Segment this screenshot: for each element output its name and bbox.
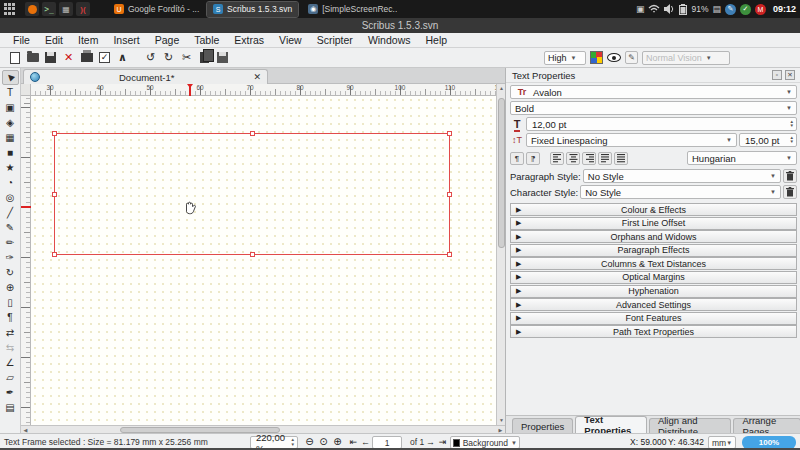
align-center-button[interactable] [566,152,580,165]
files-launcher-icon[interactable]: ▦ [59,2,73,16]
measurements-tool[interactable]: ∠ [2,355,19,370]
menu-file[interactable]: File [6,34,37,46]
screenshot-tray-icon[interactable]: ▣ [636,2,645,16]
edit-in-preview-icon[interactable]: ✎ [625,51,638,64]
panel-tab-properties[interactable]: Properties [512,418,573,433]
frame-handle-bottom-left[interactable] [52,252,57,257]
frame-handle-top-left[interactable] [52,131,57,136]
page-canvas[interactable] [31,96,496,425]
linespacing-mode-combo[interactable]: Fixed Linespacing ▼ [526,133,737,147]
insert-table-tool[interactable]: ▦ [2,130,19,145]
insert-text-frame-tool[interactable]: T [2,85,19,100]
menu-scripter[interactable]: Scripter [310,34,360,46]
vertical-scrollbar[interactable]: ▲ ▼ [496,84,505,425]
m-tray-icon[interactable]: M [755,4,766,15]
redo-icon[interactable]: ↻ [160,50,177,66]
frame-handle-middle-right[interactable] [447,192,452,197]
menu-edit[interactable]: Edit [38,34,70,46]
section-hyphenation[interactable]: ▶Hyphenation [510,285,797,298]
color-management-icon[interactable] [590,51,603,64]
pdf-tools[interactable]: ▤ [2,400,19,415]
cut-icon[interactable]: ✂ [178,50,195,66]
insert-calligraphic-line-tool[interactable]: ✑ [2,250,19,265]
new-document-icon[interactable] [6,50,23,66]
selected-text-frame[interactable] [54,133,450,255]
insert-line-tool[interactable]: ╱ [2,205,19,220]
section-optical-margins[interactable]: ▶Optical Margins [510,271,797,284]
vertical-ruler[interactable] [21,96,31,425]
visual-appearance-combo[interactable]: Normal Vision▼ [642,51,730,65]
edit-contents-tool[interactable]: ▯ [2,295,19,310]
insert-bezier-curve-tool[interactable]: ✎ [2,220,19,235]
undo-icon[interactable]: ↺ [142,50,159,66]
insert-freehand-line-tool[interactable]: ✏ [2,235,19,250]
taskbar-window-1[interactable]: SScribus 1.5.3.svn [207,2,298,17]
character-style-combo[interactable]: No Style ▼ [580,185,781,199]
battery-icon[interactable] [679,4,687,15]
link-text-frames-tool[interactable]: ⇄ [2,325,19,340]
section-path-text-properties[interactable]: ▶Path Text Properties [510,325,797,338]
menu-item[interactable]: Item [71,34,105,46]
paragraph-style-combo[interactable]: No Style ▼ [583,169,781,183]
spin-arrows-icon[interactable]: ▲▼ [786,136,794,145]
app-launcher-icon[interactable]: )( [76,2,90,16]
panel-close-icon[interactable]: ✕ [785,70,795,80]
copy-icon[interactable] [196,50,213,66]
align-force-justify-button[interactable] [614,152,628,165]
taskbar-window-2[interactable]: ◉[SimpleScreenRec... [302,2,397,17]
menu-extras[interactable]: Extras [227,34,271,46]
volume-icon[interactable] [664,4,675,14]
panel-tab-align-and-distribute[interactable]: Align and Distribute [649,418,731,433]
tab-close-icon[interactable]: ✕ [253,72,261,82]
open-document-icon[interactable] [24,50,41,66]
wifi-icon[interactable] [648,4,660,14]
shield-tray-icon[interactable]: ✓ [740,4,751,15]
spin-arrows-icon[interactable]: ▲▼ [786,120,794,129]
linespacing-value-spinbox[interactable]: 15,00 pt ▲▼ [739,133,797,147]
section-orphans-and-widows[interactable]: ▶Orphans and Widows [510,230,797,243]
section-columns-text-distances[interactable]: ▶Columns & Text Distances [510,257,797,270]
right-to-left-direction-button[interactable]: ¶ [526,152,540,165]
edit-text-story-editor-tool[interactable]: ¶ [2,310,19,325]
export-pdf-icon[interactable]: ∧ [114,50,131,66]
frame-handle-middle-left[interactable] [52,192,57,197]
section-font-features[interactable]: ▶Font Features [510,312,797,325]
align-right-button[interactable] [582,152,596,165]
insert-shape-tool[interactable]: ■ [2,145,19,160]
frame-handle-bottom-right[interactable] [447,252,452,257]
pen-tray-icon[interactable]: ✎ [725,4,736,15]
paste-icon[interactable] [214,50,231,66]
align-justify-button[interactable] [598,152,612,165]
rotate-item-tool[interactable]: ↻ [2,265,19,280]
font-size-spinbox[interactable]: 12,00 pt ▲▼ [526,117,797,131]
align-left-button[interactable] [550,152,564,165]
remove-paragraph-style-button[interactable] [783,169,797,183]
unlink-text-frames-tool[interactable]: ⇆ [2,340,19,355]
preview-mode-icon[interactable] [607,53,621,62]
menu-windows[interactable]: Windows [361,34,418,46]
frame-handle-top-center[interactable] [250,131,255,136]
eye-dropper-tool[interactable]: ✒ [2,385,19,400]
font-family-combo[interactable]: Tr Avalon ▼ [510,85,797,99]
frame-handle-bottom-center[interactable] [250,252,255,257]
taskbar-window-0[interactable]: UGoogle Fordító - ... [108,2,203,17]
document-tab[interactable]: Document-1* ✕ [23,69,268,84]
menu-table[interactable]: Table [187,34,226,46]
remove-character-style-button[interactable] [783,185,797,199]
copy-item-properties-tool[interactable]: ▱ [2,370,19,385]
save-document-icon[interactable] [42,50,59,66]
section-paragraph-effects[interactable]: ▶Paragraph Effects [510,244,797,257]
zoom-tool[interactable]: ⊕ [2,280,19,295]
panel-tab-arrange-pages[interactable]: Arrange Pages [733,418,800,433]
ruler-origin-corner[interactable] [21,84,31,96]
image-quality-combo[interactable]: High▼ [544,51,586,65]
menu-insert[interactable]: Insert [106,34,146,46]
spin-arrows-icon[interactable]: ▲▼ [287,438,295,447]
horizontal-ruler[interactable]: 30405060708090100110120 [21,84,505,96]
insert-polygon-tool[interactable]: ★ [2,160,19,175]
section-advanced-settings[interactable]: ▶Advanced Settings [510,298,797,311]
terminal-launcher-icon[interactable]: >_ [42,2,56,16]
insert-arc-tool[interactable]: ◔ [2,175,19,190]
print-icon[interactable] [78,50,95,66]
menu-view[interactable]: View [272,34,309,46]
